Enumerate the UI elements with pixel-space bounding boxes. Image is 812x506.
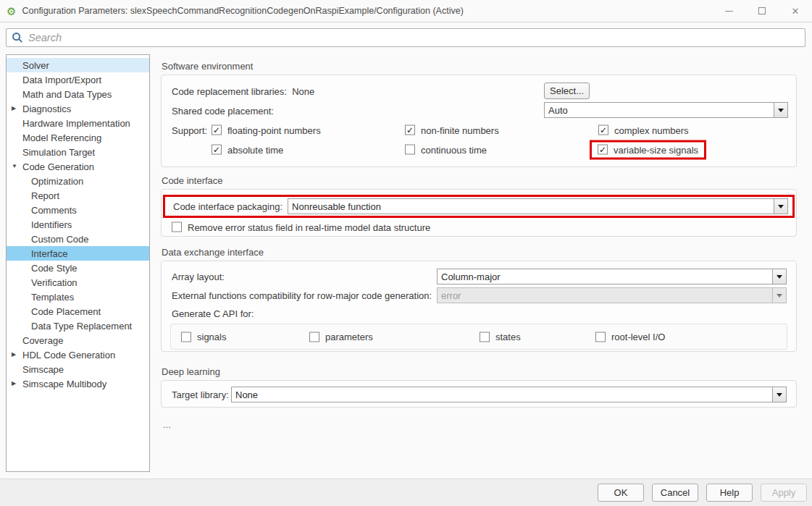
absolute-time-checkbox[interactable]: ✓ absolute time	[212, 144, 283, 155]
complex-numbers-checkbox[interactable]: ✓ complex numbers	[598, 125, 689, 135]
chevron-right-icon[interactable]: ▶	[7, 352, 22, 358]
checkbox-box[interactable]: ✓	[405, 125, 415, 135]
target-library-dropdown[interactable]: None	[231, 387, 787, 402]
checkbox-box[interactable]: ✓	[212, 125, 222, 135]
dialog-footer: OK Cancel Help Apply	[0, 478, 812, 506]
chevron-right-icon[interactable]: ▶	[7, 106, 22, 111]
sidebar-item-model-referencing[interactable]: Model Referencing	[7, 130, 149, 145]
section-data-exchange: Array layout: Column-major External func…	[161, 261, 797, 352]
chevron-down-icon[interactable]	[772, 269, 786, 284]
chevron-down-icon[interactable]	[774, 199, 787, 214]
checkbox-box[interactable]: ✓	[598, 125, 608, 135]
sidebar-item-coverage[interactable]: Coverage	[7, 333, 149, 347]
code-interface-packaging-dropdown[interactable]: Nonreusable function	[288, 198, 788, 214]
sidebar-item-label: Code Style	[31, 263, 78, 274]
gear-icon: ⚙	[7, 6, 16, 17]
capi-root-level-io-checkbox[interactable]: root-level I/O	[595, 332, 665, 342]
remove-error-status-checkbox[interactable]: Remove error status field in real-time m…	[172, 222, 430, 232]
title-bar: ⚙ Configuration Parameters: slexSpeechCo…	[0, 0, 812, 22]
minimize-icon	[725, 11, 733, 12]
sidebar-item-label: Templates	[31, 292, 74, 303]
row-major-compatibility-dropdown: error	[437, 287, 787, 303]
minimize-button[interactable]	[712, 0, 745, 22]
cancel-button[interactable]: Cancel	[652, 484, 698, 502]
sidebar-item-code-placement[interactable]: Code Placement	[7, 304, 149, 319]
code-replacement-value: None	[292, 85, 314, 96]
search-icon	[12, 32, 23, 43]
sidebar-item-hardware-implementation[interactable]: Hardware Implementation	[7, 116, 149, 130]
sidebar-item-verification[interactable]: Verification	[7, 275, 149, 290]
help-button[interactable]: Help	[706, 484, 753, 502]
sidebar-item-optimization[interactable]: Optimization	[7, 174, 149, 188]
sidebar-item-data-import-export[interactable]: Data Import/Export	[7, 72, 149, 87]
checkbox-box[interactable]	[480, 332, 490, 342]
array-layout-row: Array layout: Column-major	[162, 267, 796, 286]
checkbox-label: complex numbers	[614, 125, 689, 135]
chevron-down-icon	[772, 288, 786, 303]
sidebar-item-data-type-replacement[interactable]: Data Type Replacement	[7, 319, 149, 333]
sidebar-item-report[interactable]: Report	[7, 188, 149, 203]
checkbox-box[interactable]	[595, 332, 606, 342]
sidebar-item-solver[interactable]: Solver	[7, 58, 149, 72]
sidebar-item-label: Verification	[31, 277, 78, 288]
maximize-button[interactable]	[745, 0, 779, 22]
array-layout-dropdown[interactable]: Column-major	[437, 269, 787, 284]
apply-button[interactable]: Apply	[761, 484, 807, 502]
capi-states-checkbox[interactable]: states	[480, 332, 521, 342]
checkbox-box[interactable]	[181, 332, 191, 342]
close-button[interactable]: ✕	[779, 0, 812, 22]
checkbox-label: non-finite numbers	[421, 125, 499, 135]
remove-error-status-row: Remove error status field in real-time m…	[162, 218, 796, 236]
checkbox-box[interactable]	[405, 145, 415, 155]
collapsed-content-ellipsis: ...	[163, 419, 797, 430]
select-button-label: Select...	[550, 85, 584, 96]
chevron-right-icon[interactable]: ▶	[7, 381, 22, 387]
sidebar-item-code-style[interactable]: Code Style	[7, 261, 149, 275]
sidebar-item-label: Coverage	[22, 335, 63, 346]
continuous-time-checkbox[interactable]: continuous time	[405, 144, 487, 155]
sidebar-item-identifiers[interactable]: Identifiers	[7, 217, 149, 232]
ok-button[interactable]: OK	[598, 484, 644, 502]
capi-signals-checkbox[interactable]: signals	[181, 332, 226, 342]
sidebar-item-templates[interactable]: Templates	[7, 290, 149, 304]
select-button[interactable]: Select...	[544, 83, 590, 99]
chevron-down-icon[interactable]: ▼	[7, 164, 22, 169]
checkbox-label: absolute time	[227, 144, 283, 155]
capi-parameters-checkbox[interactable]: parameters	[309, 332, 373, 342]
sidebar-item-code-generation[interactable]: ▼Code Generation	[7, 159, 149, 174]
sidebar-item-hdl-code-generation[interactable]: ▶HDL Code Generation	[7, 347, 149, 362]
floating-point-numbers-checkbox[interactable]: ✓ floating-point numbers	[212, 125, 321, 135]
row-major-compatibility-row: External functions compatibility for row…	[162, 286, 796, 305]
check-icon: ✓	[213, 125, 220, 134]
sidebar-item-simscape[interactable]: Simscape	[7, 362, 149, 376]
checkbox-box[interactable]	[172, 222, 182, 232]
code-replacement-row: Code replacement libraries: None Select.…	[162, 81, 796, 101]
checkbox-box[interactable]: ✓	[212, 145, 222, 155]
sidebar-item-label: Diagnostics	[22, 104, 71, 114]
sidebar-item-simscape-multibody[interactable]: ▶Simscape Multibody	[7, 376, 149, 391]
sidebar-item-custom-code[interactable]: Custom Code	[7, 232, 149, 246]
sidebar-item-label: Code Generation	[22, 161, 94, 172]
window-controls: ✕	[712, 0, 812, 22]
sidebar-item-diagnostics[interactable]: ▶Diagnostics	[7, 101, 149, 116]
sidebar-item-interface[interactable]: Interface	[7, 246, 149, 261]
chevron-down-icon[interactable]	[772, 387, 786, 402]
search-input[interactable]: Search	[6, 28, 805, 47]
chevron-down-icon[interactable]	[774, 103, 787, 117]
checkbox-box[interactable]	[309, 332, 319, 342]
close-icon: ✕	[792, 6, 800, 17]
shared-code-placement-dropdown[interactable]: Auto	[544, 102, 788, 118]
sidebar-item-label: Solver	[22, 60, 49, 71]
sidebar-item-math-and-data-types[interactable]: Math and Data Types	[7, 87, 149, 101]
sidebar-item-label: Simulation Target	[22, 147, 95, 158]
shared-code-placement-label: Shared code placement:	[172, 105, 274, 116]
code-interface-packaging-annotation: Code interface packaging: Nonreusable fu…	[163, 195, 795, 218]
sidebar-item-label: Math and Data Types	[22, 89, 112, 100]
section-software-environment: Code replacement libraries: None Select.…	[161, 75, 797, 167]
variable-size-signals-checkbox[interactable]: ✓	[598, 145, 608, 155]
sidebar-item-simulation-target[interactable]: Simulation Target	[7, 145, 149, 159]
non-finite-numbers-checkbox[interactable]: ✓ non-finite numbers	[405, 125, 499, 135]
checkbox-label: root-level I/O	[611, 332, 665, 342]
sidebar-item-comments[interactable]: Comments	[7, 203, 149, 217]
checkbox-label: Remove error status field in real-time m…	[188, 222, 430, 232]
